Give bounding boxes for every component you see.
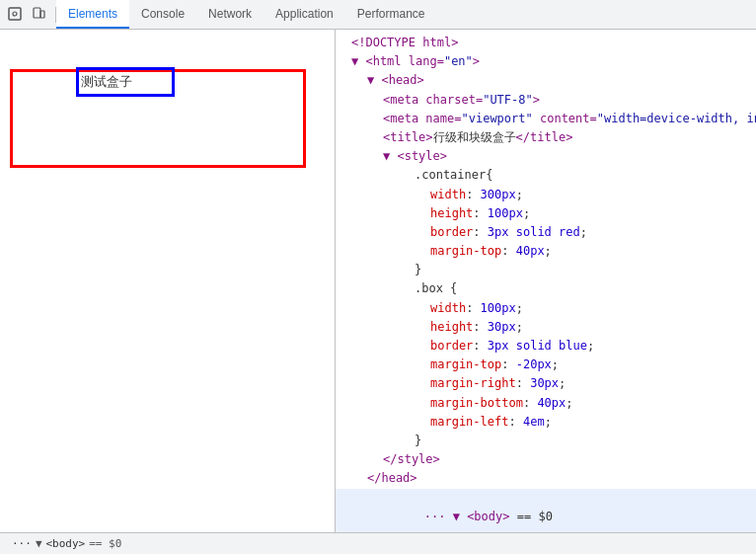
breadcrumb-body[interactable]: <body>: [42, 537, 90, 550]
code-line: height: 100px;: [336, 204, 756, 223]
code-line: margin-top: 40px;: [336, 242, 756, 261]
svg-point-1: [13, 12, 17, 16]
breadcrumb-dots[interactable]: ···: [8, 537, 36, 550]
code-line: ▼ <head>: [336, 71, 756, 90]
code-line: border: 3px solid red;: [336, 223, 756, 242]
code-line: margin-bottom: 40px;: [336, 394, 756, 413]
code-line: margin-right: 30px;: [336, 374, 756, 393]
svg-rect-3: [40, 11, 44, 18]
preview-container: 测试盒子: [10, 69, 306, 168]
code-line: width: 100px;: [336, 299, 756, 318]
breadcrumb-selected: == $0: [89, 537, 121, 550]
tab-performance[interactable]: Performance: [345, 0, 437, 29]
webpage-preview: 测试盒子: [0, 30, 336, 532]
code-line: }: [336, 261, 756, 279]
code-line: width: 300px;: [336, 186, 756, 204]
code-line: height: 30px;: [336, 318, 756, 337]
tabs-bar: Elements Console Network Application Per…: [56, 0, 756, 29]
code-line: </style>: [336, 450, 756, 469]
device-icon[interactable]: [32, 7, 47, 23]
code-line: <title>行级和块级盒子</title>: [336, 128, 756, 147]
code-line: <meta name="viewport" content="width=dev…: [336, 110, 756, 128]
svg-rect-0: [9, 8, 21, 20]
code-line: margin-top: -20px;: [336, 356, 756, 374]
code-line: border: 3px solid blue;: [336, 337, 756, 356]
tab-application[interactable]: Application: [264, 0, 345, 29]
tab-elements[interactable]: Elements: [56, 0, 129, 29]
devtools-toolbar: Elements Console Network Application Per…: [0, 0, 756, 30]
cursor-icon[interactable]: [8, 7, 24, 23]
code-line: </head>: [336, 469, 756, 488]
preview-box: 测试盒子: [76, 67, 175, 97]
code-line: .container{: [336, 166, 756, 185]
status-bar: ··· ▼ <body> == $0: [0, 532, 756, 554]
code-area: <!DOCTYPE html> ▼ <html lang="en"> ▼ <he…: [336, 30, 756, 532]
main-area: 测试盒子 <!DOCTYPE html> ▼ <html lang="en"> …: [0, 30, 756, 532]
toolbar-icons: [0, 7, 56, 23]
code-line: <meta charset="UTF-8">: [336, 91, 756, 110]
code-line: ▼ <html lang="en">: [336, 52, 756, 71]
code-line: <!DOCTYPE html>: [336, 34, 756, 52]
code-line-body: ··· ▼ <body> == $0: [336, 489, 756, 533]
code-line: .box {: [336, 279, 756, 298]
code-line: margin-left: 4em;: [336, 413, 756, 432]
code-line: }: [336, 432, 756, 450]
tab-console[interactable]: Console: [129, 0, 196, 29]
breadcrumb-arrow: ▼: [36, 537, 42, 550]
code-line: ▼ <style>: [336, 147, 756, 166]
tab-network[interactable]: Network: [196, 0, 264, 29]
devtools-panel[interactable]: <!DOCTYPE html> ▼ <html lang="en"> ▼ <he…: [336, 30, 756, 532]
svg-rect-2: [34, 8, 40, 18]
preview-box-text: 测试盒子: [79, 74, 132, 89]
